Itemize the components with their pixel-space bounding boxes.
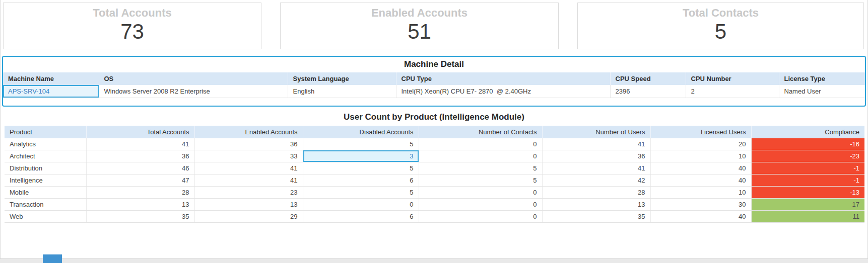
user-count-section: Product Total Accounts Enabled Accounts … (5, 126, 864, 223)
number-of-users-cell[interactable]: 36 (542, 150, 650, 162)
enabled-accounts-cell[interactable]: 33 (194, 150, 303, 162)
user-count-table: Product Total Accounts Enabled Accounts … (5, 126, 864, 223)
disabled-accounts-cell[interactable]: 5 (303, 138, 419, 150)
number-of-contacts-cell[interactable]: 0 (419, 138, 542, 150)
cpu-number-cell: 2 (686, 85, 779, 98)
disabled-accounts-cell[interactable]: 5 (303, 187, 419, 199)
licensed-users-cell[interactable]: 10 (650, 150, 751, 162)
enabled-accounts-cell[interactable]: 23 (194, 187, 303, 199)
table-row-transaction: Transaction 13 13 0 0 13 30 17 (5, 199, 864, 211)
product-cell[interactable]: Web (5, 211, 86, 223)
total-accounts-cell[interactable]: 35 (86, 211, 194, 223)
col-header-number-of-users[interactable]: Number of Users (542, 126, 650, 138)
col-header-machine-name[interactable]: Machine Name (3, 72, 99, 85)
number-of-users-cell[interactable]: 13 (542, 199, 650, 211)
machine-name-link[interactable]: APS-SRV-104 (3, 85, 99, 98)
total-accounts-cell[interactable]: 46 (86, 162, 194, 174)
product-cell[interactable]: Intelligence (5, 174, 86, 187)
col-header-cpu-number[interactable]: CPU Number (686, 72, 779, 85)
stat-title: Total Contacts (578, 3, 863, 20)
license-type-cell: Named User (779, 85, 865, 98)
col-header-cpu-speed[interactable]: CPU Speed (610, 72, 686, 85)
machine-detail-row: APS-SRV-104 Windows Server 2008 R2 Enter… (3, 85, 865, 98)
disabled-accounts-cell[interactable]: 6 (303, 174, 419, 187)
machine-detail-panel: Machine Detail Machine Name OS System La… (2, 56, 866, 107)
licensed-users-cell[interactable]: 10 (650, 187, 751, 199)
col-header-system-language[interactable]: System Language (288, 72, 396, 85)
disabled-accounts-cell[interactable]: 5 (303, 162, 419, 174)
horizontal-scrollbar-track[interactable] (0, 259, 868, 263)
stat-card-total-contacts: Total Contacts 5 (577, 3, 864, 49)
total-accounts-cell[interactable]: 36 (86, 150, 194, 162)
enabled-accounts-cell[interactable]: 13 (194, 199, 303, 211)
compliance-cell[interactable]: -1 (751, 162, 864, 174)
stat-value: 51 (281, 20, 558, 43)
col-header-total-accounts[interactable]: Total Accounts (86, 126, 194, 138)
licensed-users-cell[interactable]: 30 (650, 199, 751, 211)
col-header-disabled-accounts[interactable]: Disabled Accounts (303, 126, 419, 138)
selected-disabled-accounts-cell[interactable]: 3 (303, 150, 419, 162)
number-of-contacts-cell[interactable]: 0 (419, 211, 542, 223)
stat-value: 73 (4, 20, 261, 43)
enabled-accounts-cell[interactable]: 29 (194, 211, 303, 223)
product-cell[interactable]: Transaction (5, 199, 86, 211)
disabled-accounts-cell[interactable]: 6 (303, 211, 419, 223)
number-of-contacts-cell[interactable]: 0 (419, 150, 542, 162)
stat-value: 5 (578, 20, 863, 43)
user-count-header-row: Product Total Accounts Enabled Accounts … (5, 126, 864, 138)
compliance-cell[interactable]: 17 (751, 199, 864, 211)
table-row-web: Web 35 29 6 0 35 40 11 (5, 211, 864, 223)
total-accounts-cell[interactable]: 28 (86, 187, 194, 199)
total-accounts-cell[interactable]: 41 (86, 138, 194, 150)
number-of-contacts-cell[interactable]: 5 (419, 162, 542, 174)
table-row-intelligence: Intelligence 47 41 6 5 42 40 -1 (5, 174, 864, 187)
number-of-users-cell[interactable]: 42 (542, 174, 650, 187)
col-header-os[interactable]: OS (99, 72, 288, 85)
compliance-cell[interactable]: -13 (751, 187, 864, 199)
stat-card-total-accounts: Total Accounts 73 (3, 3, 261, 49)
horizontal-scrollbar-thumb[interactable] (43, 254, 62, 263)
total-accounts-cell[interactable]: 47 (86, 174, 194, 187)
enabled-accounts-cell[interactable]: 41 (194, 162, 303, 174)
number-of-users-cell[interactable]: 41 (542, 138, 650, 150)
machine-detail-header-row: Machine Name OS System Language CPU Type… (3, 72, 865, 85)
compliance-cell[interactable]: -16 (751, 138, 864, 150)
product-cell[interactable]: Architect (5, 150, 86, 162)
total-accounts-cell[interactable]: 13 (86, 199, 194, 211)
product-cell[interactable]: Analytics (5, 138, 86, 150)
compliance-cell[interactable]: -23 (751, 150, 864, 162)
product-cell[interactable]: Mobile (5, 187, 86, 199)
licensed-users-cell[interactable]: 40 (650, 174, 751, 187)
number-of-users-cell[interactable]: 28 (542, 187, 650, 199)
product-cell[interactable]: Distribution (5, 162, 86, 174)
col-header-compliance[interactable]: Compliance (751, 126, 864, 138)
number-of-contacts-cell[interactable]: 0 (419, 199, 542, 211)
number-of-users-cell[interactable]: 35 (542, 211, 650, 223)
number-of-contacts-cell[interactable]: 0 (419, 187, 542, 199)
licensed-users-cell[interactable]: 40 (650, 162, 751, 174)
table-row-distribution: Distribution 46 41 5 5 41 40 -1 (5, 162, 864, 174)
enabled-accounts-cell[interactable]: 41 (194, 174, 303, 187)
table-row-analytics: Analytics 41 36 5 0 41 20 -16 (5, 138, 864, 150)
licensed-users-cell[interactable]: 40 (650, 211, 751, 223)
enabled-accounts-cell[interactable]: 36 (194, 138, 303, 150)
disabled-accounts-cell[interactable]: 0 (303, 199, 419, 211)
col-header-license-type[interactable]: License Type (779, 72, 865, 85)
col-header-product[interactable]: Product (5, 126, 86, 138)
machine-detail-title: Machine Detail (3, 57, 865, 72)
col-header-cpu-type[interactable]: CPU Type (396, 72, 610, 85)
stats-row: Total Accounts 73 Enabled Accounts 51 To… (1, 0, 867, 49)
number-of-users-cell[interactable]: 41 (542, 162, 650, 174)
col-header-number-of-contacts[interactable]: Number of Contacts (419, 126, 542, 138)
number-of-contacts-cell[interactable]: 5 (419, 174, 542, 187)
compliance-cell[interactable]: 11 (751, 211, 864, 223)
os-cell: Windows Server 2008 R2 Enterprise (99, 85, 288, 98)
col-header-enabled-accounts[interactable]: Enabled Accounts (194, 126, 303, 138)
table-row-mobile: Mobile 28 23 5 0 28 10 -13 (5, 187, 864, 199)
licensed-users-cell[interactable]: 20 (650, 138, 751, 150)
col-header-licensed-users[interactable]: Licensed Users (650, 126, 751, 138)
dashboard-content: Total Accounts 73 Enabled Accounts 51 To… (0, 0, 868, 259)
stat-card-enabled-accounts: Enabled Accounts 51 (280, 3, 559, 49)
cpu-speed-cell: 2396 (610, 85, 686, 98)
compliance-cell[interactable]: -1 (751, 174, 864, 187)
